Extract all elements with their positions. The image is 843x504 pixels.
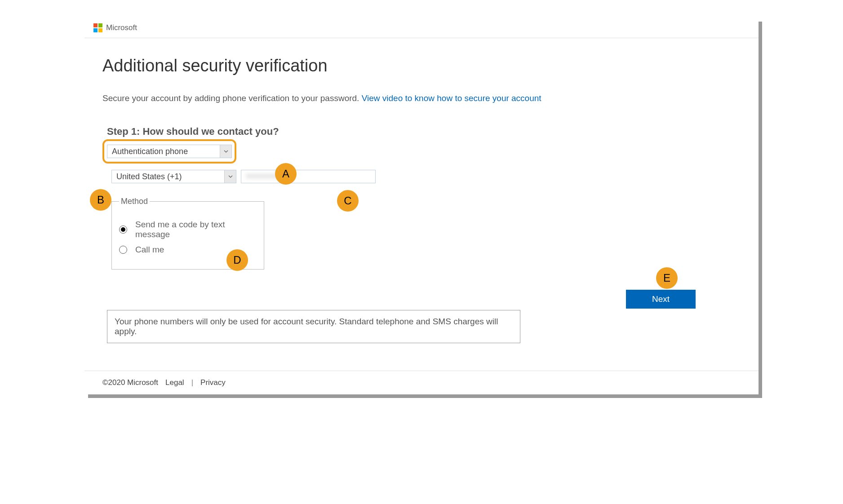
- page-subtitle: Secure your account by adding phone veri…: [102, 93, 741, 103]
- footer-legal-link[interactable]: Legal: [165, 378, 184, 387]
- contact-method-value: Authentication phone: [107, 145, 220, 158]
- country-code-value: United States (+1): [112, 170, 224, 183]
- header: Microsoft: [84, 18, 759, 38]
- footer: ©2020 Microsoft Legal | Privacy: [84, 371, 759, 394]
- radio-label: Send me a code by text message: [135, 220, 255, 239]
- annotation-callout-a: A: [275, 163, 297, 185]
- microsoft-logo-icon: [93, 23, 102, 32]
- page-title: Additional security verification: [102, 56, 741, 75]
- notice-box: Your phone numbers will only be used for…: [107, 310, 520, 343]
- contact-method-select[interactable]: Authentication phone: [107, 145, 232, 158]
- annotation-callout-e: E: [656, 267, 678, 289]
- content-area: Additional security verification Secure …: [84, 38, 759, 371]
- chevron-down-icon: [220, 145, 231, 158]
- country-code-select[interactable]: United States (+1): [111, 170, 236, 183]
- contact-method-highlight: Authentication phone: [102, 139, 236, 164]
- annotation-callout-c: C: [337, 190, 359, 212]
- footer-privacy-link[interactable]: Privacy: [200, 378, 226, 387]
- radio-label: Call me: [135, 245, 164, 255]
- method-legend: Method: [119, 197, 150, 206]
- help-video-link[interactable]: View video to know how to secure your ac…: [362, 93, 541, 103]
- phone-number-input[interactable]: xxxxxxxxxx: [241, 170, 376, 183]
- footer-separator: |: [191, 378, 193, 387]
- phone-row: United States (+1) xxxxxxxxxx: [111, 170, 741, 183]
- step-heading: Step 1: How should we contact you?: [107, 126, 741, 137]
- radio-icon: [119, 225, 127, 234]
- annotation-callout-d: D: [226, 249, 248, 271]
- annotation-callout-b: B: [90, 189, 111, 211]
- next-button[interactable]: Next: [626, 290, 696, 309]
- brand-name: Microsoft: [106, 23, 137, 32]
- footer-copyright: ©2020 Microsoft: [102, 378, 158, 387]
- radio-option-text-message[interactable]: Send me a code by text message: [119, 220, 255, 239]
- chevron-down-icon: [224, 170, 236, 183]
- subtitle-text: Secure your account by adding phone veri…: [102, 93, 362, 103]
- app-window: Microsoft Additional security verificati…: [84, 18, 759, 394]
- radio-icon: [119, 246, 127, 254]
